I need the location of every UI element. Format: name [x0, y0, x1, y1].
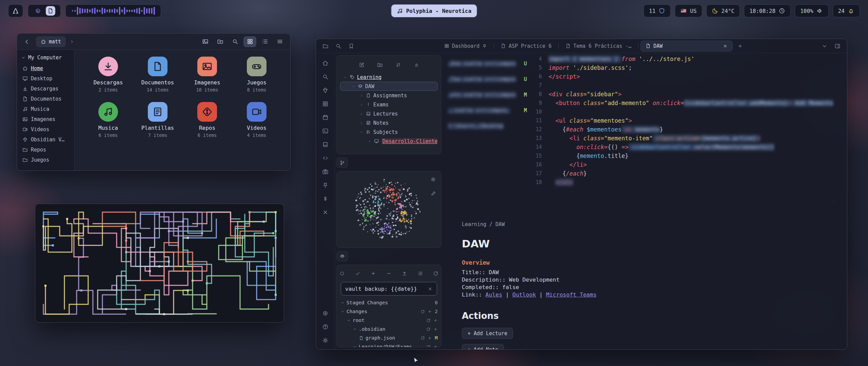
- forward-chevron-icon[interactable]: [69, 39, 75, 44]
- git-upload-button[interactable]: [399, 268, 410, 279]
- link-aules[interactable]: Aules: [486, 291, 502, 298]
- sidebar-item-videos[interactable]: Videos: [20, 124, 72, 135]
- sidebar-item-desktop[interactable]: Desktop: [20, 74, 72, 84]
- undo-icon[interactable]: [426, 345, 431, 348]
- close-tab-icon[interactable]: [723, 44, 728, 48]
- sidebar-item-juegos[interactable]: Juegos: [20, 155, 72, 165]
- workspace-1[interactable]: [33, 6, 43, 16]
- tabbar-layout-button[interactable]: [832, 41, 843, 51]
- explorer-edit-button[interactable]: [356, 60, 367, 70]
- explorer-item-daw[interactable]: DAW: [340, 82, 438, 91]
- explorer-item-assignments[interactable]: Assignments: [340, 91, 438, 100]
- explorer-folder-plus-button[interactable]: [374, 60, 385, 70]
- add-note-button[interactable]: + Add Note: [462, 344, 504, 350]
- tabbar-bookmark-button[interactable]: [346, 41, 357, 51]
- explorer-sort-button[interactable]: [393, 60, 403, 70]
- ribbon-help-button[interactable]: [320, 322, 331, 331]
- graph-filter-button[interactable]: [428, 188, 438, 198]
- tabbar-chevron-down-button[interactable]: [819, 41, 830, 51]
- git-row-root[interactable]: root: [340, 316, 438, 325]
- tray-notifications[interactable]: 24: [833, 4, 860, 17]
- search-view-button[interactable]: [229, 36, 241, 47]
- commit-message-input[interactable]: [345, 286, 425, 292]
- folder-plus-view-button[interactable]: [214, 36, 226, 47]
- folder-musica[interactable]: Musica6 items: [83, 102, 133, 138]
- clear-input-icon[interactable]: [428, 286, 433, 291]
- explorer-collapse-button[interactable]: [411, 60, 422, 70]
- tray-volume[interactable]: 100%: [795, 4, 829, 17]
- git-row-staged-changes[interactable]: Staged Changes0: [340, 298, 438, 307]
- folder-plantillas[interactable]: Plantillas7 items: [133, 102, 182, 138]
- note-breadcrumb[interactable]: Learning / DAW: [462, 221, 833, 227]
- ribbon-x-button[interactable]: [320, 208, 331, 217]
- explorer-item-lectures[interactable]: Lectures: [340, 109, 438, 118]
- tray-keyboard-layout[interactable]: US: [675, 4, 702, 17]
- folder-descargas[interactable]: Descargas2 items: [83, 57, 133, 93]
- folder-juegos[interactable]: Juegos8 items: [232, 57, 281, 93]
- folder-repos[interactable]: Repos6 items: [182, 102, 232, 138]
- tray-updates[interactable]: 11: [644, 4, 671, 17]
- folder-documentos[interactable]: Documentos14 items: [133, 57, 182, 93]
- sidebar-item-obsidian-v[interactable]: Obsidian V…: [20, 135, 72, 145]
- ribbon-book-button[interactable]: [320, 140, 331, 149]
- ribbon-gem-button[interactable]: [320, 86, 331, 95]
- explorer-item-notes[interactable]: Notes: [340, 118, 438, 127]
- explorer-item-desarrollo-cliente[interactable]: Desarrollo-Cliente: [340, 137, 438, 146]
- sidebar-section-header[interactable]: My Computer: [20, 53, 72, 63]
- ribbon-pin-button[interactable]: [320, 181, 331, 189]
- ribbon-dollar-button[interactable]: [320, 194, 331, 203]
- sidebar-item-imagenes[interactable]: Imagenes: [20, 114, 72, 124]
- image-view-button[interactable]: [199, 36, 212, 47]
- explorer-item-subjects[interactable]: Subjects: [340, 127, 438, 137]
- git-row-obsidian[interactable]: .obsidian: [340, 325, 438, 333]
- git-circle-button[interactable]: [337, 268, 347, 279]
- tab-asp-practice-6[interactable]: ASP Practice 6: [496, 41, 556, 52]
- ribbon-terminal-button[interactable]: [320, 126, 331, 135]
- git-plus-button[interactable]: [368, 268, 378, 279]
- git-row-graph-json[interactable]: graph.jsonM: [340, 333, 438, 342]
- git-row-changes[interactable]: Changes2: [340, 307, 438, 316]
- ribbon-code-button[interactable]: [320, 154, 331, 162]
- folder-videos[interactable]: Videos4 items: [232, 102, 281, 138]
- grid-view-button[interactable]: [243, 36, 256, 47]
- ribbon-search-button[interactable]: [320, 72, 331, 81]
- tab-dashboard[interactable]: Dashboard: [439, 41, 492, 52]
- launcher-button[interactable]: [8, 4, 23, 17]
- tab-tema-6-pr-cticas[interactable]: Tema 6 Prácticas -…: [561, 41, 636, 52]
- stage-plus-icon[interactable]: [428, 309, 432, 314]
- ribbon-target-button[interactable]: [320, 309, 331, 318]
- graph-settings-button[interactable]: [428, 174, 438, 184]
- stage-plus-icon[interactable]: [428, 336, 432, 340]
- sidebar-item-home[interactable]: Home: [20, 63, 72, 74]
- link-microsoft-teams[interactable]: Microsoft Teams: [546, 291, 596, 298]
- paw-icon[interactable]: [336, 251, 348, 261]
- git-row-learning-daw-exams[interactable]: Learning/DAW/Exams: [340, 342, 438, 347]
- stage-plus-icon[interactable]: [433, 327, 438, 331]
- add-lecture-button[interactable]: + Add Lecture: [462, 328, 513, 339]
- stage-plus-icon[interactable]: [433, 318, 438, 323]
- tabbar-folder-button[interactable]: [320, 41, 331, 51]
- now-playing-pill[interactable]: Polyphia - Neurotica: [391, 4, 477, 17]
- workspace-2[interactable]: [46, 6, 55, 16]
- ribbon-camera-button[interactable]: [320, 167, 331, 176]
- back-button[interactable]: [21, 36, 33, 47]
- undo-icon[interactable]: [426, 327, 431, 331]
- undo-icon[interactable]: [420, 336, 425, 340]
- tray-clock[interactable]: 18:08:28: [744, 4, 791, 17]
- sidebar-item-descargas[interactable]: Descargas: [20, 84, 72, 94]
- menu-view-button[interactable]: [273, 36, 286, 47]
- sidebar-item-musica[interactable]: Musica: [20, 104, 72, 114]
- git-list-button[interactable]: [415, 268, 426, 279]
- folder-imagenes[interactable]: Imagenes10 items: [182, 57, 232, 93]
- git-minus-button[interactable]: [383, 268, 394, 279]
- sidebar-item-repos[interactable]: Repos: [20, 145, 72, 155]
- tray-weather[interactable]: 24°C: [706, 4, 740, 17]
- git-refresh-button[interactable]: [431, 268, 441, 279]
- sidebar-item-documentos[interactable]: Documentos: [20, 94, 72, 104]
- stage-plus-icon[interactable]: [433, 345, 438, 348]
- explorer-item-learning[interactable]: Learning: [340, 73, 438, 82]
- git-branch-icon[interactable]: [336, 158, 348, 168]
- ribbon-calendar-button[interactable]: [320, 113, 331, 122]
- list-view-button[interactable]: [258, 36, 271, 47]
- breadcrumb[interactable]: matt: [36, 36, 66, 47]
